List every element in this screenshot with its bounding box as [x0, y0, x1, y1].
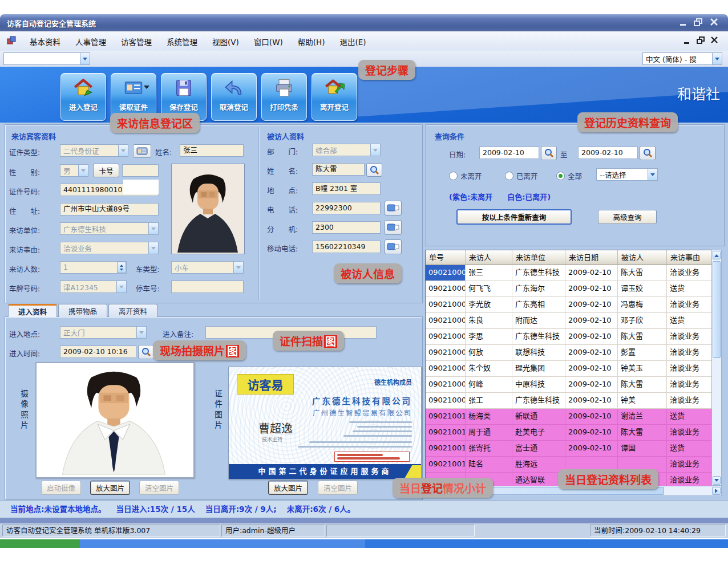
table-cell[interactable]: 赴美电子	[512, 425, 565, 441]
table-cell[interactable]: 090210007	[426, 361, 466, 377]
car-type-select[interactable]: 小车	[171, 261, 244, 274]
table-cell[interactable]: 何峰	[466, 377, 512, 393]
mdi-close-icon[interactable]	[710, 36, 720, 47]
table-cell[interactable]: 洽谈业务	[667, 457, 712, 473]
chevron-down-icon[interactable]	[136, 327, 146, 338]
entry-time-field[interactable]: 2009-02-10 10:16	[60, 345, 136, 358]
visitor-name-field[interactable]: 张三	[180, 144, 244, 157]
table-cell[interactable]: 2009-02-10	[565, 281, 618, 297]
table-cell[interactable]: 李光放	[466, 297, 512, 313]
visitee-name-field[interactable]: 陈大雷	[312, 163, 365, 176]
table-cell[interactable]: 090210012	[426, 441, 466, 457]
table-cell[interactable]: 090210001	[426, 265, 466, 281]
gender-select[interactable]: 男	[60, 164, 88, 177]
table-cell[interactable]: 张三	[466, 265, 512, 281]
table-header-来访事由[interactable]: 来访事由	[667, 250, 712, 265]
tab-携带物品[interactable]: 携带物品	[58, 304, 107, 317]
table-cell[interactable]: 洽谈业务	[667, 377, 712, 393]
radio-dot-icon[interactable]	[556, 172, 565, 180]
table-cell[interactable]: 090210011	[426, 425, 466, 441]
menu-item-7[interactable]: 帮助(H)	[290, 31, 333, 51]
table-cell[interactable]: 谭玉姣	[618, 281, 667, 297]
table-cell[interactable]: 钟美玉	[618, 361, 667, 377]
quick-combo[interactable]	[3, 52, 90, 65]
date-to-picker-button[interactable]	[640, 146, 656, 160]
scroll-up-icon[interactable]	[713, 251, 721, 259]
table-cell[interactable]: 洽谈业务	[667, 473, 712, 487]
chevron-down-icon[interactable]	[712, 53, 722, 64]
table-cell[interactable]: 中原科技	[512, 377, 565, 393]
tab-进入资料[interactable]: 进入资料	[8, 304, 57, 317]
table-cell[interactable]: 广东德生科技	[512, 265, 565, 281]
menu-item-3[interactable]: 访客管理	[114, 31, 159, 51]
table-cell[interactable]: 2009-02-10	[565, 393, 618, 409]
phone-field[interactable]: 22992300	[312, 202, 381, 214]
table-cell[interactable]: 理光集团	[512, 361, 565, 377]
close-icon[interactable]	[707, 18, 721, 28]
scroll-right-icon[interactable]	[712, 487, 721, 495]
menu-item-6[interactable]: 窗口(W)	[246, 31, 290, 51]
table-cell[interactable]: 2009-02-10	[565, 329, 618, 345]
stepper-arrows[interactable]	[117, 262, 126, 273]
card-number-button[interactable]: 卡号	[93, 164, 119, 177]
sms-ext-button[interactable]	[385, 220, 402, 235]
leave-register-button[interactable]: 离开登记	[312, 73, 357, 121]
table-cell[interactable]: 090210008	[426, 377, 466, 393]
table-cell[interactable]: 2009-02-10	[565, 265, 618, 281]
entry-time-picker-button[interactable]	[138, 345, 154, 359]
table-cell[interactable]: 张工	[466, 393, 512, 409]
idcard-button-1[interactable]: 放大图片	[268, 481, 308, 495]
radio-dot-icon[interactable]	[505, 172, 513, 180]
ext-field[interactable]: 2300	[312, 221, 381, 234]
table-header-来访单位[interactable]: 来访单位	[512, 250, 565, 265]
date-from-field[interactable]: 2009-02-10	[479, 147, 539, 159]
radio-未离开[interactable]: 未离开	[449, 170, 482, 181]
table-header-单号[interactable]: 单号	[426, 250, 466, 265]
table-cell[interactable]: 090210010	[426, 409, 466, 425]
tab-离开资料[interactable]: 离开资料	[108, 304, 157, 317]
menu-item-1[interactable]: 基本资料	[22, 31, 68, 51]
table-cell[interactable]: 周于通	[466, 425, 512, 441]
table-cell[interactable]: 2009-02-10	[565, 297, 618, 313]
table-cell[interactable]: 090210002	[426, 281, 466, 297]
advanced-query-button[interactable]: 高级查询	[598, 210, 657, 224]
idcard-button-2[interactable]: 清空图片	[318, 481, 358, 495]
table-cell[interactable]: 2009-02-10	[565, 313, 618, 329]
location-field[interactable]: B幢 2301 室	[312, 182, 381, 195]
table-cell[interactable]: 联想科技	[512, 345, 565, 361]
table-cell[interactable]: 冯惠梅	[618, 297, 667, 313]
table-header-来访人[interactable]: 来访人	[466, 250, 512, 265]
chevron-down-icon[interactable]	[144, 86, 149, 92]
restore-icon[interactable]	[691, 18, 705, 28]
table-cell[interactable]: 钟美	[618, 393, 667, 409]
table-cell[interactable]: 洽谈业务	[667, 265, 712, 281]
card-number-field[interactable]	[122, 164, 159, 177]
table-cell[interactable]: 何飞飞	[466, 281, 512, 297]
card-reader-button[interactable]	[133, 144, 151, 158]
parking-field[interactable]	[171, 281, 244, 293]
camera-button-2[interactable]: 放大图片	[90, 481, 130, 495]
radio-已离开[interactable]: 已离开	[505, 170, 538, 181]
status-filter-select[interactable]: --请选择	[596, 168, 658, 181]
table-cell[interactable]: 2009-02-10	[565, 377, 618, 393]
table-cell[interactable]: 谭国	[618, 441, 667, 457]
table-cell[interactable]: 陆名	[466, 457, 512, 473]
chevron-down-icon[interactable]	[233, 262, 243, 273]
chevron-down-icon[interactable]	[78, 165, 88, 176]
table-cell[interactable]: 新联通	[512, 409, 565, 425]
chevron-down-icon[interactable]	[148, 223, 158, 234]
cert-type-select[interactable]: 二代身份证	[60, 144, 128, 157]
table-cell[interactable]: 何放	[466, 345, 512, 361]
mdi-restore-icon[interactable]	[696, 36, 706, 47]
table-header-来访日期[interactable]: 来访日期	[565, 250, 618, 265]
table-cell[interactable]: 陈大雷	[618, 377, 667, 393]
table-cell[interactable]: 广东德生科技	[512, 393, 565, 409]
chevron-down-icon[interactable]	[148, 242, 158, 254]
chevron-down-icon[interactable]	[370, 144, 380, 156]
visit-company-select[interactable]: 广东德生科技	[60, 222, 159, 235]
print-receipt-button[interactable]: 打印凭条	[261, 73, 307, 121]
table-cell[interactable]: 广东亮相	[512, 297, 565, 313]
table-cell[interactable]: 陈大雷	[618, 265, 667, 281]
entry-place-select[interactable]: 正大门	[60, 326, 147, 339]
table-cell[interactable]: 090210009	[426, 393, 466, 409]
